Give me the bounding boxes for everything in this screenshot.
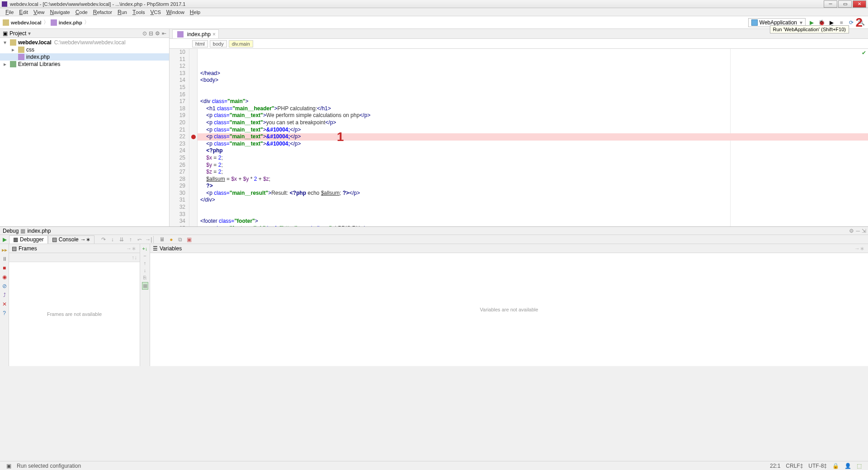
editor-crumb[interactable]: div.main: [229, 40, 253, 47]
code-line[interactable]: $allsum = $x + $y * 2 + $z;: [200, 176, 868, 183]
copy-button[interactable]: ⎘: [143, 275, 146, 280]
breadcrumb-project[interactable]: webdev.local: [11, 20, 42, 25]
close-button[interactable]: ✕: [2, 301, 7, 307]
code-area[interactable]: 1011121314151617181920212223242526272829…: [170, 49, 868, 226]
minimize-button[interactable]: ─: [824, 0, 837, 8]
code-line[interactable]: <body>: [200, 77, 868, 84]
menu-view[interactable]: View: [31, 9, 47, 15]
remove-watch-button[interactable]: −: [143, 253, 146, 258]
code-line[interactable]: [200, 84, 868, 91]
menu-refactor[interactable]: Refactor: [90, 9, 115, 15]
status-lock-icon[interactable]: 🔒: [830, 463, 842, 469]
code-line[interactable]: <?php: [200, 147, 868, 155]
close-button[interactable]: ▣: [185, 235, 194, 244]
pause-button[interactable]: ⏸: [2, 256, 7, 262]
code-line[interactable]: <p class="main__text">&#10004;</p>: [200, 133, 868, 141]
menu-window[interactable]: Window: [164, 9, 187, 15]
menu-navigate[interactable]: Navigate: [47, 9, 73, 15]
stop-button[interactable]: ■: [3, 265, 6, 271]
step-into-button[interactable]: ↓: [108, 235, 117, 244]
editor-crumb[interactable]: body: [210, 40, 227, 47]
minimize-icon[interactable]: ─: [856, 228, 860, 234]
menu-edit[interactable]: Edit: [16, 9, 31, 15]
editor-tab[interactable]: index.php ×: [172, 29, 219, 38]
code-line[interactable]: <h1 class="main__header">PHP calculating…: [200, 105, 868, 113]
code-line[interactable]: $y = 2;: [200, 162, 868, 169]
settings-button[interactable]: ⧉: [176, 235, 185, 244]
menu-file[interactable]: File: [3, 9, 16, 15]
code-line[interactable]: <div class="main">: [200, 98, 868, 105]
step-over-button[interactable]: ↷: [99, 235, 108, 244]
tree-css-folder[interactable]: ▸ css: [0, 46, 169, 53]
project-panel-title[interactable]: Project: [9, 30, 26, 37]
help-button[interactable]: ?: [3, 310, 6, 316]
maximize-button[interactable]: ▭: [838, 0, 852, 8]
status-git-icon[interactable]: ⬚: [854, 463, 864, 469]
add-watch-button[interactable]: +↓: [142, 246, 148, 251]
code-line[interactable]: <p class="main__text">&#10004;</p>: [200, 141, 868, 148]
hide-icon[interactable]: ⇤: [162, 30, 166, 37]
pin-icon[interactable]: →∗: [125, 245, 137, 252]
editor-crumb[interactable]: html: [192, 40, 208, 47]
inspection-ok-icon[interactable]: ✔: [862, 50, 866, 56]
mute-breakpoints-button[interactable]: ⊘: [2, 283, 7, 289]
rerun-button[interactable]: ▶: [0, 235, 9, 244]
menu-code[interactable]: Code: [73, 9, 90, 15]
restore-layout-button[interactable]: ⤴: [3, 292, 6, 298]
next-frame-icon[interactable]: ↓: [134, 254, 137, 261]
code-line[interactable]: [200, 211, 868, 218]
code-line[interactable]: $x = 2;: [200, 155, 868, 162]
code-lines[interactable]: </head><body><div class="main"> <h1 clas…: [198, 49, 868, 226]
step-out-button[interactable]: ↑: [126, 235, 135, 244]
hide-icon[interactable]: ⇲: [862, 228, 866, 234]
tree-handle-icon[interactable]: ▸: [4, 61, 8, 67]
status-caret-pos[interactable]: 22:1: [767, 463, 783, 469]
debug-title[interactable]: Debug: [3, 228, 19, 234]
code-line[interactable]: <p class="main__text">you can set a brea…: [200, 119, 868, 127]
force-step-into-button[interactable]: ⇊: [117, 235, 126, 244]
status-inspector-icon[interactable]: 👤: [842, 463, 854, 469]
code-line[interactable]: <footer class="footer">: [200, 218, 868, 225]
debugger-tab[interactable]: ▦ Debugger: [9, 235, 48, 244]
code-line[interactable]: ?>: [200, 183, 868, 190]
console-tab[interactable]: ▤ Console →∗: [48, 235, 94, 244]
breadcrumb-file[interactable]: index.php: [59, 20, 82, 25]
code-line[interactable]: </head>: [200, 70, 868, 77]
code-line[interactable]: <p class="main__result">Result: <?php ec…: [200, 190, 868, 197]
down-button[interactable]: ↓: [144, 268, 146, 273]
sort-button[interactable]: ●: [167, 235, 176, 244]
tree-index-file[interactable]: index.php: [0, 53, 169, 61]
tree-handle-icon[interactable]: ▾: [4, 39, 8, 46]
breakpoint-gutter[interactable]: [189, 49, 198, 226]
collapse-icon[interactable]: ⊟: [149, 30, 153, 37]
pin-icon[interactable]: →∗: [854, 245, 865, 252]
up-button[interactable]: ↑: [144, 260, 146, 266]
close-tab-icon[interactable]: ×: [212, 31, 216, 38]
gear-icon[interactable]: ⚙: [849, 228, 854, 234]
show-watches-button[interactable]: ▦: [142, 282, 148, 290]
menu-help[interactable]: Help: [187, 9, 203, 15]
close-button[interactable]: ✕: [853, 0, 866, 8]
chevron-down-icon[interactable]: ▾: [28, 30, 31, 37]
gear-icon[interactable]: ⚙: [155, 30, 160, 37]
run-to-cursor-button[interactable]: →|: [144, 235, 153, 244]
code-line[interactable]: <p class="main__text">We perform simple …: [200, 112, 868, 119]
status-encoding[interactable]: UTF-8‡: [806, 463, 830, 469]
code-line[interactable]: <a class="footer__link" href="http://www…: [200, 225, 868, 226]
code-line[interactable]: $z = 2;: [200, 169, 868, 176]
status-config-icon[interactable]: ▣: [4, 463, 14, 469]
menu-tools[interactable]: Tools: [130, 9, 148, 15]
code-line[interactable]: <p class="main__text">&#10004;</p>: [200, 127, 868, 134]
evaluate-button[interactable]: 🖩: [158, 235, 167, 244]
breakpoints-button[interactable]: ◉: [2, 274, 7, 280]
code-line[interactable]: [200, 204, 868, 211]
menu-run[interactable]: Run: [115, 9, 130, 15]
code-line[interactable]: [200, 91, 868, 99]
menu-vcs[interactable]: VCS: [147, 9, 163, 15]
resume-button[interactable]: ▸▸: [2, 247, 7, 253]
tree-handle-icon[interactable]: ▸: [12, 47, 16, 53]
line-gutter[interactable]: 1011121314151617181920212223242526272829…: [170, 49, 189, 226]
tree-external-libraries[interactable]: ▸ External Libraries: [0, 61, 169, 68]
tree-project-root[interactable]: ▾ webdev.local C:\webdev\www\webdev.loca…: [0, 39, 169, 46]
code-line[interactable]: </div>: [200, 197, 868, 204]
